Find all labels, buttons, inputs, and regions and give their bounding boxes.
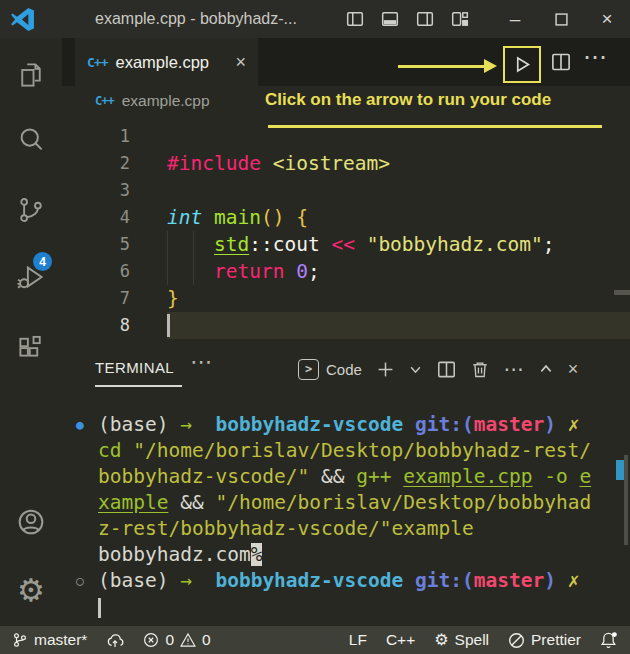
terminal-more-actions-icon[interactable]: ⋯ xyxy=(504,359,524,379)
terminal-line[interactable]: bobbyhadz.com% xyxy=(98,542,618,568)
terminal-tab-underline xyxy=(95,385,182,387)
editor-more-actions-icon[interactable]: ⋯ xyxy=(583,43,608,71)
panel-more-tabs-icon[interactable]: ⋯ xyxy=(190,349,212,375)
terminal-line[interactable]: ○(base) → bobbyhadz-vscode git:(master) … xyxy=(98,568,618,594)
maximize-panel-chevron-icon[interactable] xyxy=(539,362,553,376)
cpp-file-icon: C++ xyxy=(87,55,107,70)
line-number: 7 xyxy=(62,285,167,312)
code-line[interactable]: 2#include <iostream> xyxy=(62,150,630,177)
language-mode-status[interactable]: C++ xyxy=(386,631,415,649)
run-debug-icon[interactable] xyxy=(7,253,55,301)
vscode-logo-icon[interactable] xyxy=(10,7,35,32)
notifications-bell-icon[interactable] xyxy=(600,631,618,649)
kill-terminal-trash-icon[interactable] xyxy=(471,360,489,378)
account-icon[interactable] xyxy=(7,498,55,546)
code-line[interactable]: 1 xyxy=(62,123,630,150)
terminal-line[interactable]: bobbyhadz-vscode/" && g++ example.cpp -o… xyxy=(98,464,618,490)
terminal-panel: TERMINAL ⋯ > Code ⋯ × ●(base) → bobbyhad… xyxy=(62,345,630,626)
split-terminal-icon[interactable] xyxy=(437,360,456,379)
terminal-line[interactable]: cd "/home/borislav/Desktop/bobbyhadz-res… xyxy=(98,438,618,464)
editor-cursor xyxy=(167,314,170,337)
git-branch-status[interactable]: master* xyxy=(12,631,87,649)
extensions-icon[interactable] xyxy=(7,326,55,374)
terminal-line[interactable] xyxy=(98,594,618,620)
cpp-file-icon: C++ xyxy=(95,94,114,108)
terminal-cursor xyxy=(98,598,101,618)
run-code-button[interactable] xyxy=(503,46,541,83)
breadcrumb-label: example.cpp xyxy=(122,92,210,110)
customize-layout-icon[interactable] xyxy=(450,9,470,29)
editor-tab-bar: C++ example.cpp × ⋯ xyxy=(62,38,630,86)
gear-icon: ⚙ xyxy=(434,632,448,648)
annotation-arrow xyxy=(398,65,486,68)
minimize-button[interactable]: – xyxy=(492,0,538,38)
code-line[interactable]: 6 return 0; xyxy=(62,258,630,285)
line-number: 2 xyxy=(62,150,167,177)
window-title: example.cpp - bobbyhadz-... xyxy=(95,0,297,38)
publish-changes-icon[interactable] xyxy=(106,631,124,649)
terminal-shell-icon: > xyxy=(298,359,319,380)
prompt-dot-icon: ● xyxy=(76,412,84,438)
title-bar: example.cpp - bobbyhadz-... – × xyxy=(0,0,630,38)
code-lines: 12#include <iostream>34int main() {5 std… xyxy=(62,118,630,339)
tab-close-icon[interactable]: × xyxy=(235,52,246,73)
new-terminal-icon[interactable] xyxy=(377,361,394,378)
editor-pane: C++ example.cpp Click on the arrow to ru… xyxy=(62,86,630,345)
close-panel-icon[interactable]: × xyxy=(568,360,579,378)
search-icon[interactable] xyxy=(7,116,55,164)
activity-bar: 4 ⚙ BO xyxy=(0,38,62,626)
source-control-icon[interactable] xyxy=(7,186,55,234)
code-line[interactable]: 4int main() { xyxy=(62,204,630,231)
shell-label: Code xyxy=(326,361,362,378)
toggle-secondary-sidebar-icon[interactable] xyxy=(415,9,435,29)
toggle-panel-icon[interactable] xyxy=(380,9,400,29)
vscode-window: { "titlebar": { "title": "example.cpp - … xyxy=(0,0,630,654)
indent-guide xyxy=(167,231,168,285)
annotation-arrow-head xyxy=(484,59,497,73)
line-number: 8 xyxy=(62,312,167,339)
terminal-tab[interactable]: TERMINAL xyxy=(95,359,174,376)
warning-count: 0 xyxy=(202,631,211,649)
toggle-primary-sidebar-icon[interactable] xyxy=(345,9,365,29)
editor-scrollbar-mark[interactable] xyxy=(614,290,630,295)
branch-label: master* xyxy=(34,631,87,649)
eol-status[interactable]: LF xyxy=(349,631,367,649)
line-number: 5 xyxy=(62,231,167,258)
problems-status[interactable]: 0 0 xyxy=(143,631,210,649)
launch-profile-chevron-icon[interactable] xyxy=(409,363,422,376)
terminal-scrollbar[interactable] xyxy=(624,455,628,545)
code-line[interactable]: 5 std::cout << "bobbyhadz.com"; xyxy=(62,231,630,258)
annotation-text: Click on the arrow to run your code xyxy=(265,90,551,110)
prettier-label: Prettier xyxy=(531,631,581,649)
settings-gear-icon[interactable]: ⚙ xyxy=(7,566,55,614)
code-line[interactable]: 7} xyxy=(62,285,630,312)
breadcrumb[interactable]: C++ example.cpp xyxy=(95,92,210,110)
line-number: 6 xyxy=(62,258,167,285)
tab-example-cpp[interactable]: C++ example.cpp × xyxy=(75,38,258,86)
status-bar: master* 0 0 LF C++ ⚙ Spell Prettier xyxy=(0,626,630,654)
line-number: 1 xyxy=(62,123,167,150)
terminal-line[interactable]: z-rest/bobbyhadz-vscode/"example xyxy=(98,516,618,542)
split-editor-icon[interactable] xyxy=(551,52,571,72)
line-number: 4 xyxy=(62,204,167,231)
prompt-circle-icon: ○ xyxy=(76,568,84,594)
indent-guide xyxy=(193,231,194,285)
terminal-line[interactable]: xample && "/home/borislav/Desktop/bobbyh… xyxy=(98,490,618,516)
line-number: 3 xyxy=(62,177,167,204)
shell-selector[interactable]: > Code xyxy=(298,359,362,380)
terminal-actions: > Code ⋯ × xyxy=(298,353,578,385)
code-line[interactable]: 8 xyxy=(62,312,630,339)
spell-checker-status[interactable]: ⚙ Spell xyxy=(434,631,489,649)
maximize-button[interactable] xyxy=(538,0,584,38)
error-count: 0 xyxy=(165,631,174,649)
close-window-button[interactable]: × xyxy=(584,0,630,38)
prettier-status[interactable]: Prettier xyxy=(508,631,581,649)
code-line[interactable]: 3 xyxy=(62,177,630,204)
tab-label: example.cpp xyxy=(115,53,227,72)
explorer-icon[interactable] xyxy=(7,51,55,99)
terminal-output[interactable]: ●(base) → bobbyhadz-vscode git:(master) … xyxy=(62,402,618,620)
terminal-line[interactable]: ●(base) → bobbyhadz-vscode git:(master) … xyxy=(98,412,618,438)
spell-label: Spell xyxy=(455,631,489,649)
